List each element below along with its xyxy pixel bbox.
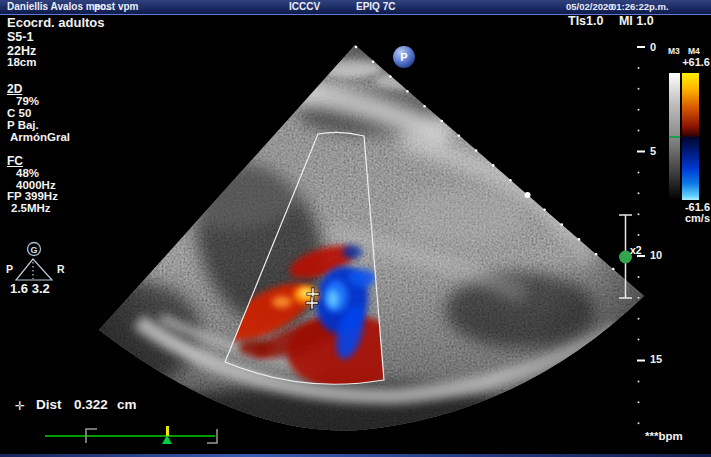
safety-indices: TIs1.0 MI 1.0	[568, 14, 654, 28]
exam-time: 01:26:22p.m.	[611, 0, 669, 14]
mi-value: MI 1.0	[619, 14, 654, 28]
preset-name: Ecocrd. adultos	[7, 15, 105, 30]
institution: ICCCV	[289, 0, 320, 14]
measurement-unit: cm	[117, 397, 137, 412]
depth-setting: 18cm	[7, 56, 36, 68]
physio-button[interactable]: P	[393, 46, 415, 68]
wall-filter: FP 399Hz	[7, 190, 58, 202]
baseline-marker	[669, 136, 680, 138]
ultrasound-screen: x2 G Daniellis Avalos mec.. post vpm ICC…	[0, 0, 711, 457]
zoom-factor-label: x2	[630, 244, 642, 256]
doppler-color-bar	[682, 73, 699, 200]
gain-2d: 79%	[16, 95, 39, 107]
transducer-name: S5-1	[7, 30, 33, 44]
mode-color-label: FC	[7, 154, 23, 168]
caliper-icon: ✛	[15, 399, 25, 413]
measurement-label: Dist	[36, 397, 62, 412]
depth-ruler	[637, 46, 645, 424]
gain-readout: 1.6 3.2	[10, 281, 50, 296]
gain-color: 48%	[16, 167, 39, 179]
title-bar: Daniellis Avalos mec.. post vpm ICCCV EP…	[0, 0, 711, 15]
exam-note: post vpm	[94, 0, 138, 14]
color-frequency: 2.5MHz	[11, 202, 51, 214]
persistence-2d: P Baj.	[7, 119, 39, 131]
colormap-left-label: M3	[668, 46, 680, 56]
mode-2d-label: 2D	[7, 82, 22, 96]
system-name: EPIQ 7C	[356, 0, 395, 14]
orientation-widget: G	[16, 243, 52, 281]
orientation-left: P	[6, 263, 13, 275]
grayscale-bar	[669, 73, 680, 200]
measure-cursor[interactable]	[166, 426, 169, 436]
exam-date: 05/02/2020	[566, 0, 614, 14]
orientation-right: R	[57, 263, 65, 275]
colormap-right-label: M4	[688, 46, 700, 56]
harmonics-2d: ArmónGral	[10, 131, 70, 143]
velocity-unit: cm/s	[672, 212, 710, 224]
depth-label-5: 5	[650, 145, 656, 157]
measure-reference-line	[45, 426, 217, 444]
velocity-max: +61.6	[672, 56, 710, 68]
tis-value: TIs1.0	[568, 14, 603, 28]
depth-label-0: 0	[650, 41, 656, 53]
orientation-glyph: G	[30, 245, 37, 255]
heart-rate: ***bpm	[645, 430, 683, 442]
scale-color: 4000Hz	[16, 179, 56, 191]
depth-label-10: 10	[650, 249, 662, 261]
depth-label-15: 15	[650, 353, 662, 365]
measurement-value: 0.322	[74, 397, 108, 412]
compression-2d: C 50	[7, 107, 31, 119]
bmode-sector	[60, 40, 660, 454]
ultrasound-image: x2 G	[0, 0, 711, 457]
